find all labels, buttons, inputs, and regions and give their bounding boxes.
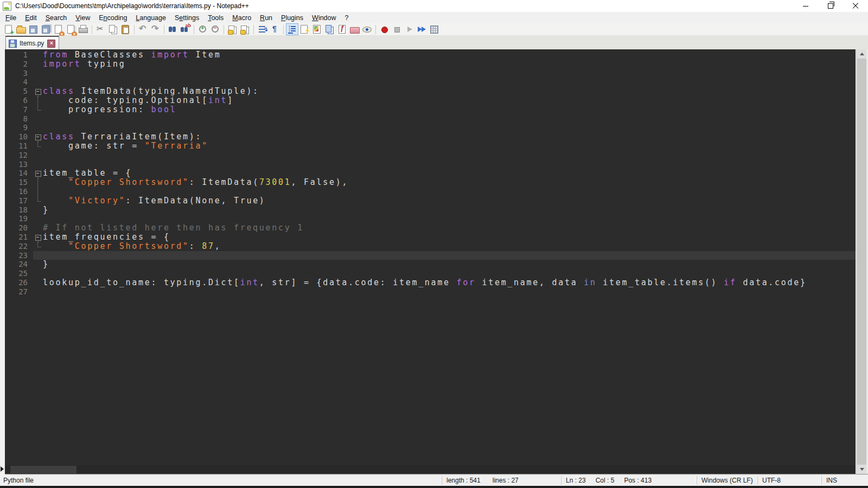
fold-collapse-icon[interactable]: [35, 89, 41, 95]
word-wrap-icon[interactable]: [257, 24, 268, 35]
code-editor[interactable]: 1from BaseClasses import Item2import typ…: [5, 49, 856, 465]
menu-item-settings[interactable]: Settings: [170, 13, 203, 23]
close-all-icon[interactable]: [65, 24, 76, 35]
menu-item-encoding[interactable]: Encoding: [94, 13, 131, 23]
restore-button[interactable]: [818, 0, 843, 12]
find-icon[interactable]: [167, 24, 178, 35]
open-folder-icon[interactable]: [15, 24, 27, 35]
line-number[interactable]: 1: [5, 50, 33, 60]
save-all-icon[interactable]: [40, 24, 52, 35]
undo-icon[interactable]: [137, 24, 149, 35]
line-number[interactable]: 22: [5, 242, 33, 251]
menu-item-tools[interactable]: Tools: [203, 13, 228, 23]
show-all-chars-icon[interactable]: [269, 24, 280, 35]
status-encoding[interactable]: UTF-8: [757, 476, 821, 485]
menu-item-search[interactable]: Search: [41, 13, 72, 23]
fold-margin[interactable]: [33, 132, 43, 142]
menu-item-edit[interactable]: Edit: [21, 13, 41, 23]
scroll-up-button[interactable]: [857, 49, 867, 59]
menu-item-[interactable]: ?: [341, 13, 353, 23]
status-eol-format[interactable]: Windows (CR LF): [697, 476, 757, 485]
zoom-in-icon[interactable]: [197, 24, 208, 35]
hscroll-left-arrow-icon[interactable]: [1, 466, 4, 472]
tab-items.py[interactable]: Items.py×: [5, 36, 59, 50]
stop-macro-icon[interactable]: [391, 24, 403, 35]
new-file-icon[interactable]: [3, 24, 14, 35]
line-number[interactable]: 18: [5, 206, 33, 215]
function-list-icon[interactable]: [299, 24, 310, 35]
menu-item-macro[interactable]: Macro: [228, 13, 256, 23]
line-number[interactable]: 23: [5, 251, 33, 260]
monitoring-icon[interactable]: [361, 24, 373, 35]
line-number[interactable]: 25: [5, 269, 33, 278]
line-number[interactable]: 21: [5, 233, 33, 242]
fold-margin: [33, 206, 43, 215]
line-number[interactable]: 11: [5, 142, 33, 151]
line-number[interactable]: 9: [5, 123, 33, 132]
line-number[interactable]: 20: [5, 223, 33, 233]
line-number[interactable]: 27: [5, 287, 33, 297]
line-number[interactable]: 10: [5, 132, 33, 142]
doc-map-icon[interactable]: [311, 24, 323, 35]
line-number[interactable]: 7: [5, 105, 33, 114]
function-f-icon[interactable]: [336, 24, 348, 35]
line-number[interactable]: 15: [5, 178, 33, 187]
folder-workspace-icon[interactable]: [349, 24, 360, 35]
vertical-scrollbar-thumb[interactable]: [857, 59, 866, 465]
line-number[interactable]: 2: [5, 60, 33, 69]
fold-collapse-icon[interactable]: [35, 171, 41, 177]
play-macro-icon[interactable]: [404, 24, 415, 35]
fold-margin[interactable]: [33, 169, 43, 178]
menu-item-window[interactable]: Window: [308, 13, 340, 23]
line-number[interactable]: 13: [5, 160, 33, 169]
fold-collapse-icon[interactable]: [35, 134, 41, 140]
menu-item-view[interactable]: View: [71, 13, 94, 23]
menu-item-run[interactable]: Run: [256, 13, 277, 23]
menu-item-file[interactable]: File: [1, 13, 21, 23]
line-number[interactable]: 19: [5, 214, 33, 223]
toolbar-separator: [253, 25, 254, 34]
print-icon[interactable]: [78, 24, 89, 35]
menu-item-plugins[interactable]: Plugins: [277, 13, 308, 23]
status-insert-mode[interactable]: INS: [821, 476, 868, 485]
line-number[interactable]: 17: [5, 196, 33, 206]
save-icon[interactable]: [28, 24, 39, 35]
line-number[interactable]: 3: [5, 69, 33, 78]
line-number[interactable]: 4: [5, 78, 33, 87]
save-macro-icon[interactable]: [429, 24, 440, 35]
record-macro-icon[interactable]: [379, 24, 390, 35]
tab-close-icon[interactable]: ×: [47, 40, 55, 48]
zoom-out-icon[interactable]: [209, 24, 221, 35]
sync-horizontal-icon[interactable]: [239, 24, 251, 35]
minimize-button[interactable]: [793, 0, 818, 12]
replace-icon[interactable]: [180, 24, 191, 35]
horizontal-scrollbar-thumb[interactable]: [10, 466, 76, 473]
redo-icon[interactable]: [150, 24, 161, 35]
cut-icon[interactable]: [95, 24, 106, 35]
fold-line: [37, 187, 38, 196]
line-number[interactable]: 24: [5, 260, 33, 269]
horizontal-scrollbar[interactable]: [5, 465, 856, 474]
line-number[interactable]: 6: [5, 96, 33, 105]
line-number[interactable]: 8: [5, 114, 33, 124]
copy-icon[interactable]: [107, 24, 119, 35]
paste-icon[interactable]: [120, 24, 131, 35]
line-number[interactable]: 14: [5, 169, 33, 178]
fold-collapse-icon[interactable]: [35, 235, 41, 241]
sync-vertical-icon[interactable]: [227, 24, 238, 35]
line-number[interactable]: 12: [5, 151, 33, 160]
menu-item-language[interactable]: Language: [131, 13, 170, 23]
close-doc-icon[interactable]: [53, 24, 64, 35]
play-multi-icon[interactable]: [416, 24, 427, 35]
line-number[interactable]: 16: [5, 187, 33, 196]
line-number[interactable]: 26: [5, 278, 33, 287]
indent-guide-icon[interactable]: [286, 24, 298, 35]
fold-margin[interactable]: [33, 233, 43, 242]
scroll-down-button[interactable]: [857, 465, 867, 474]
line-number[interactable]: 5: [5, 87, 33, 96]
status-doc-type: Python file: [0, 477, 442, 484]
close-button[interactable]: [843, 0, 868, 12]
fold-margin[interactable]: [33, 87, 43, 96]
vertical-scrollbar[interactable]: [856, 49, 867, 474]
doc-switcher-icon[interactable]: [324, 24, 335, 35]
